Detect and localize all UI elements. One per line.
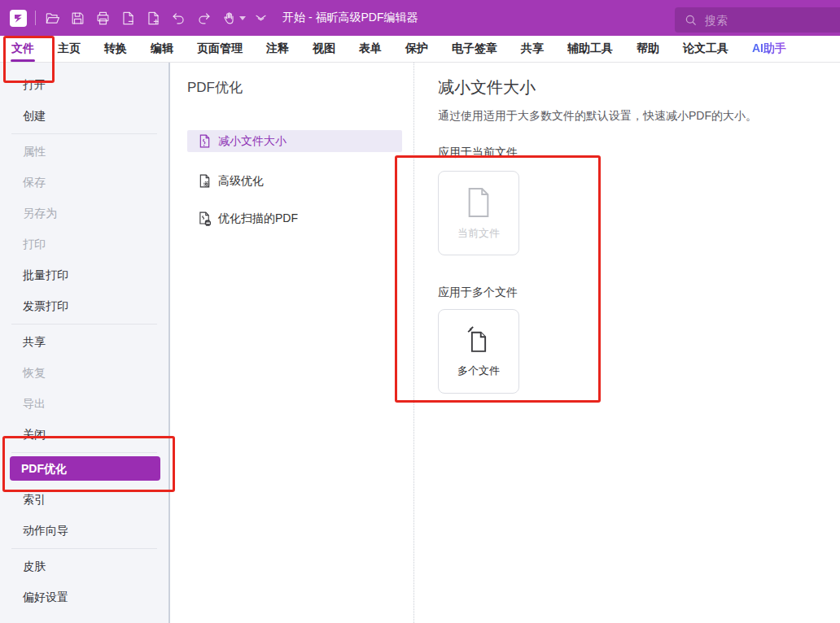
file-menu-sidebar: 打开 创建 属性 保存 另存为 打印 批量打印 发票打印 共享 恢复 导出 关闭…	[0, 63, 170, 623]
tab-ai-assistant[interactable]: AI助手	[752, 41, 786, 56]
sidebar-item-export: 导出	[0, 388, 168, 419]
panel-heading: PDF优化	[187, 78, 243, 97]
tab-form[interactable]: 表单	[359, 41, 382, 56]
search-input[interactable]	[705, 14, 811, 27]
option-label: 减小文件大小	[218, 134, 287, 149]
tab-view[interactable]: 视图	[313, 41, 335, 56]
tab-share[interactable]: 共享	[521, 41, 544, 56]
option-reduce-file-size[interactable]: 减小文件大小	[187, 130, 402, 152]
scanned-document-icon	[196, 211, 212, 227]
sidebar-item-close[interactable]: 关闭	[0, 419, 168, 450]
compress-document-icon	[196, 133, 212, 150]
sidebar-divider	[11, 452, 157, 453]
sidebar-item-batch-print[interactable]: 批量打印	[0, 259, 168, 290]
multiple-files-button[interactable]: 多个文件	[438, 309, 519, 394]
sidebar-item-action-wizard[interactable]: 动作向导	[0, 515, 168, 546]
multiple-documents-icon	[463, 325, 494, 356]
sidebar-divider	[11, 548, 157, 549]
sidebar-item-properties: 属性	[0, 136, 168, 167]
document-plus-icon[interactable]	[145, 10, 161, 26]
sidebar-divider	[11, 324, 157, 325]
tab-protect[interactable]: 保护	[405, 41, 428, 56]
option-label: 优化扫描的PDF	[218, 211, 298, 226]
open-file-icon[interactable]	[44, 10, 60, 26]
tab-esign[interactable]: 电子签章	[452, 41, 497, 56]
tab-convert[interactable]: 转换	[104, 41, 127, 56]
sidebar-item-pdf-optimize[interactable]: PDF优化	[10, 456, 160, 481]
gear-document-icon	[196, 173, 212, 190]
sidebar-item-print: 打印	[0, 229, 168, 259]
sidebar-item-share[interactable]: 共享	[0, 326, 168, 357]
search-icon	[685, 14, 698, 27]
apply-multiple-files-label: 应用于多个文件	[438, 285, 518, 300]
save-icon[interactable]	[69, 10, 85, 26]
tab-page-manage[interactable]: 页面管理	[197, 41, 243, 56]
tab-edit[interactable]: 编辑	[151, 41, 173, 56]
tab-file[interactable]: 文件	[11, 41, 34, 56]
titlebar: 开始 - 福昕高级PDF编辑器	[0, 0, 840, 36]
sidebar-item-open[interactable]: 打开	[0, 69, 168, 100]
current-file-button: 当前文件	[438, 171, 519, 255]
sidebar-item-preferences[interactable]: 偏好设置	[0, 582, 168, 612]
detail-heading: 减小文件大小	[438, 76, 536, 98]
tab-paper-tools[interactable]: 论文工具	[683, 41, 728, 56]
option-optimize-scanned-pdf[interactable]: 优化扫描的PDF	[187, 207, 402, 229]
toolbar-separator	[35, 11, 36, 25]
single-document-icon	[465, 186, 492, 219]
sidebar-item-invoice-print[interactable]: 发票打印	[0, 290, 168, 321]
reduce-file-size-detail: 减小文件大小 通过使用适用于大多数文件的默认设置，快速减小PDF的大小。 应用于…	[415, 63, 840, 623]
sidebar-item-index[interactable]: 索引	[0, 484, 168, 515]
hand-tool-icon	[221, 10, 237, 26]
sidebar-item-revert: 恢复	[0, 357, 168, 388]
print-icon[interactable]	[94, 10, 111, 26]
sidebar-item-save: 保存	[0, 167, 168, 198]
tab-accessibility[interactable]: 辅助工具	[567, 41, 613, 56]
document-minus-icon[interactable]	[120, 10, 136, 26]
sidebar-item-skin[interactable]: 皮肤	[0, 551, 168, 582]
sidebar-item-save-as: 另存为	[0, 198, 168, 229]
multiple-files-button-label: 多个文件	[457, 364, 500, 378]
tab-home[interactable]: 主页	[58, 41, 81, 56]
hand-tool-dropdown-caret	[239, 16, 246, 20]
tab-help[interactable]: 帮助	[637, 41, 659, 56]
current-file-button-label: 当前文件	[457, 226, 500, 241]
window-title: 开始 - 福昕高级PDF编辑器	[282, 11, 418, 25]
sidebar-divider	[11, 133, 157, 134]
apply-current-file-label: 应用于当前文件	[438, 146, 518, 160]
menubar: 文件 主页 转换 编辑 页面管理 注释 视图 表单 保护 电子签章 共享 辅助工…	[0, 36, 840, 63]
customize-toolbar-icon[interactable]	[252, 10, 269, 26]
search-box[interactable]	[675, 7, 840, 33]
foxit-logo	[10, 10, 27, 27]
option-label: 高级优化	[218, 174, 264, 189]
redo-icon[interactable]	[195, 10, 212, 26]
pdf-optimize-panel: PDF优化 减小文件大小 高级优化 优化扫描的PDF	[172, 63, 414, 623]
undo-icon[interactable]	[170, 10, 186, 26]
detail-description: 通过使用适用于大多数文件的默认设置，快速减小PDF的大小。	[438, 109, 757, 124]
hand-tool-button[interactable]	[221, 10, 246, 26]
sidebar-item-create[interactable]: 创建	[0, 100, 168, 131]
option-advanced-optimize[interactable]: 高级优化	[187, 170, 402, 192]
tab-comment[interactable]: 注释	[266, 41, 289, 56]
